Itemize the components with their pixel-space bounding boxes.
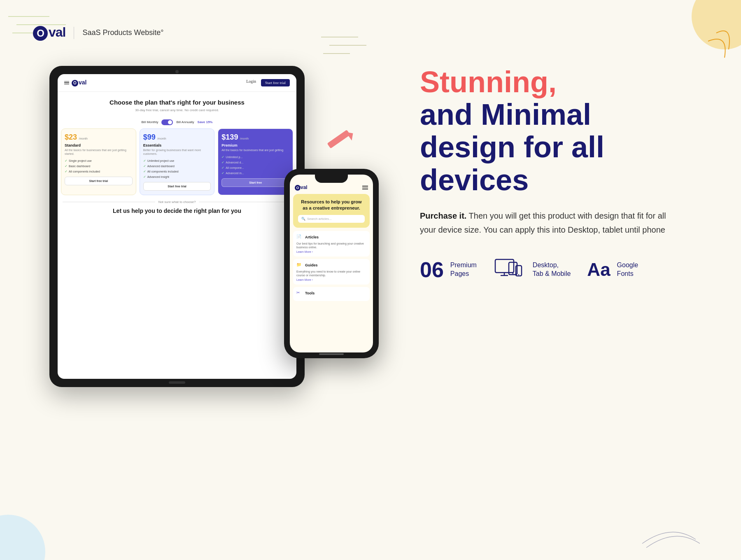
stat-pages: 06 PremiumPages	[420, 259, 477, 280]
footer-question: Not sure what to choose?	[158, 200, 196, 204]
tablet-camera	[175, 70, 179, 73]
guides-title: Guides	[305, 263, 318, 267]
standard-desc: All the basics for businesses that are j…	[65, 148, 133, 156]
svg-point-16	[518, 274, 519, 275]
articles-title: Articles	[305, 235, 319, 239]
plan-card-essentials: $99 /month Essentials Better for growing…	[140, 128, 215, 195]
tablet-nav: Oval Login Start free trial	[58, 74, 296, 92]
phone-notch	[315, 175, 348, 183]
phone-hero: Resources to help you grow as a creative…	[293, 194, 370, 228]
phone-hero-title: Resources to help you grow as a creative…	[298, 199, 365, 212]
articles-desc: Our best tips for launching and growing …	[296, 242, 366, 249]
guides-icon: 📁	[296, 262, 303, 268]
tablet-footer: Not sure what to choose? Let us help you…	[58, 195, 296, 219]
feature-item: ✓ Unlimited p...	[221, 154, 289, 160]
premium-features: ✓ Unlimited p... ✓ Advanced d... ✓ All c…	[221, 154, 289, 176]
feature-item: ✓ Advanced insight	[143, 174, 211, 180]
devices-icon	[493, 257, 526, 282]
standard-cta-button[interactable]: Start free trial	[65, 177, 133, 185]
description: Purchase it. Then you will get this prod…	[420, 209, 683, 237]
essentials-period: /month	[157, 137, 166, 140]
tablet-hero-title: Choose the plan that's right for your bu…	[66, 98, 288, 107]
feature-item: ✓ All compone...	[221, 165, 289, 170]
logo-icon: O	[33, 26, 48, 41]
stats-row: 06 PremiumPages Desktop,Tab & Mobile Aa	[420, 257, 708, 282]
header-divider	[74, 27, 74, 39]
phone-card-guides: 📁 Guides Everything you need to know to …	[293, 259, 370, 285]
tools-icon: ✂	[296, 290, 303, 296]
card-header-tools: ✂ Tools	[296, 290, 366, 296]
essentials-name: Essentials	[143, 143, 211, 147]
logo: Oval	[33, 25, 65, 41]
tablet-home-button[interactable]	[169, 381, 185, 384]
tablet-hero-subtitle: 30-day free trial, cancel any time. No c…	[66, 108, 288, 112]
articles-learn-more[interactable]: Learn More ›	[296, 250, 366, 253]
guides-desc: Everything you need to know to create yo…	[296, 270, 366, 277]
header: Oval SaaS Products Website°	[33, 25, 163, 41]
pricing-cards: $23 /month Standard All the basics for b…	[58, 128, 296, 195]
feature-item: ✓ Single project use	[65, 158, 133, 163]
essentials-features: ✓ Unlimited project use ✓ Advanced dashb…	[143, 158, 211, 180]
standard-features: ✓ Single project use ✓ Basic dashboard ✓…	[65, 158, 133, 174]
tablet-logo: Oval	[72, 79, 86, 86]
headline-container: Stunning, and Minimal design for all dev…	[420, 66, 708, 196]
svg-rect-10	[495, 259, 514, 273]
plan-card-standard: $23 /month Standard All the basics for b…	[61, 128, 136, 195]
stat-pages-number: 06	[420, 259, 444, 280]
description-bold: Purchase it.	[420, 211, 466, 220]
phone-cards: 📄 Articles Our best tips for launching a…	[290, 228, 373, 307]
feature-item: ✓ Unlimited project use	[143, 158, 211, 163]
deco-bottom-left	[0, 478, 82, 560]
deco-lines-center-top	[321, 33, 370, 66]
tablet-mockup: Oval Login Start free trial Choose the p…	[49, 66, 305, 387]
essentials-cta-button[interactable]: Start free trial	[143, 182, 211, 191]
phone-mockup: Oval Resources to help you grow as a cre…	[284, 169, 379, 358]
phone-card-articles: 📄 Articles Our best tips for launching a…	[293, 231, 370, 257]
footer-cta-text: Let us help you to decide the right plan…	[63, 207, 291, 215]
pink-arrow-decoration	[323, 127, 361, 157]
svg-point-1	[0, 515, 45, 560]
premium-cta-button[interactable]: Start free	[221, 178, 289, 187]
premium-price: $139	[221, 133, 238, 141]
essentials-price: $99	[143, 133, 156, 141]
headline-rest: and Minimal design for all devices	[420, 98, 708, 196]
premium-period: /month	[240, 137, 249, 140]
card-header-articles: 📄 Articles	[296, 234, 366, 240]
header-subtitle: SaaS Products Website°	[82, 28, 163, 37]
phone-home-indicator	[319, 353, 344, 355]
phone-logo: Oval	[295, 184, 308, 191]
card-header-guides: 📁 Guides	[296, 262, 366, 268]
phone-search-placeholder: Search articles...	[307, 217, 332, 221]
tablet-hero: Choose the plan that's right for your bu…	[58, 92, 296, 116]
tablet-cta-button[interactable]: Start free trial	[261, 79, 290, 86]
phone-card-tools: ✂ Tools	[293, 287, 370, 301]
phone-screen: Oval Resources to help you grow as a cre…	[290, 175, 373, 352]
plan-card-premium: $139 /month Premium All the basics for b…	[218, 128, 293, 195]
standard-period: /month	[79, 137, 88, 140]
phone-hamburger[interactable]	[362, 186, 368, 189]
feature-item: ✓ Advanced in...	[221, 170, 289, 176]
stat-pages-label: PremiumPages	[450, 261, 477, 278]
deco-lines-bottom-right	[638, 519, 700, 552]
standard-name: Standard	[65, 143, 133, 147]
tablet-screen: Oval Login Start free trial Choose the p…	[58, 74, 296, 379]
stat-devices: Desktop,Tab & Mobile	[493, 257, 571, 282]
svg-point-14	[512, 273, 513, 274]
billing-monthly: Bill Monthly	[142, 120, 158, 124]
svg-point-0	[692, 0, 741, 49]
standard-price: $23	[65, 133, 77, 141]
save-badge: Save 15%	[198, 120, 213, 124]
articles-icon: 📄	[296, 234, 303, 240]
right-section: Stunning, and Minimal design for all dev…	[420, 66, 708, 282]
billing-toggle[interactable]: Bill Monthly Bill Annually Save 15%	[58, 119, 296, 125]
search-icon: 🔍	[301, 217, 305, 221]
tablet-login-link[interactable]: Login	[246, 79, 256, 86]
phone-search-bar[interactable]: 🔍 Search articles...	[298, 215, 365, 223]
feature-item: ✓ Advanced d...	[221, 160, 289, 165]
guides-learn-more[interactable]: Learn More ›	[296, 278, 366, 281]
stat-devices-label: Desktop,Tab & Mobile	[533, 261, 571, 278]
tools-title: Tools	[305, 291, 315, 295]
toggle-switch[interactable]	[161, 119, 173, 125]
hamburger-menu[interactable]	[64, 81, 69, 85]
devices-section: Oval Login Start free trial Choose the p…	[49, 66, 346, 387]
